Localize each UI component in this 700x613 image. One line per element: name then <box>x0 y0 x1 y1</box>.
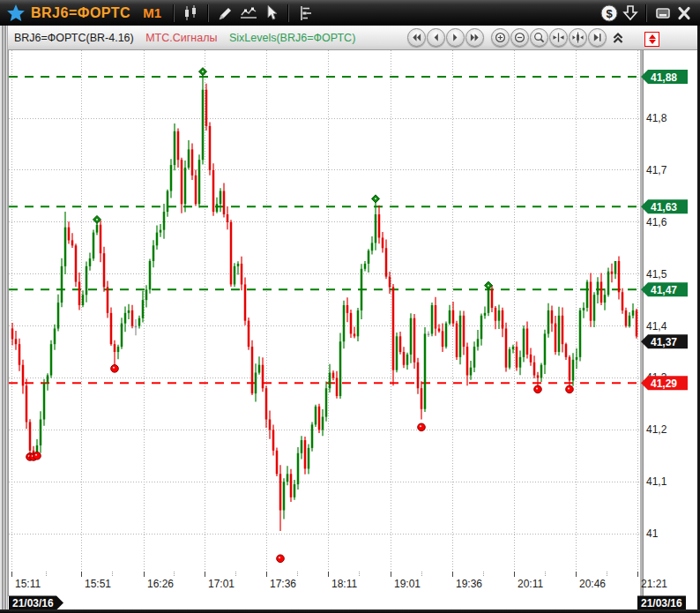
window-titlebar: BRJ6=ФОРТС М1 <box>0 0 700 26</box>
restore-button[interactable] <box>652 3 674 24</box>
zoom-in-button[interactable] <box>491 28 510 47</box>
separator <box>646 4 647 22</box>
svg-text:41,5: 41,5 <box>646 268 667 280</box>
cursor-mode-button[interactable] <box>260 3 283 24</box>
separator <box>174 4 175 22</box>
close-icon <box>676 6 692 20</box>
download-arrow-icon <box>622 4 638 22</box>
svg-text:41,88: 41,88 <box>651 71 677 84</box>
bar-width-button[interactable] <box>569 28 587 47</box>
svg-text:41,37: 41,37 <box>651 336 677 348</box>
separator <box>208 4 209 22</box>
svg-text:41,63: 41,63 <box>651 201 677 213</box>
deals-chart-icon <box>239 5 258 21</box>
timeframe-label: М1 <box>143 5 161 20</box>
levels-list-icon <box>297 5 315 21</box>
legend-sixlevels-indicator[interactable]: SixLevels(BRJ6=ФОРТС) <box>229 32 355 44</box>
svg-text:41,7: 41,7 <box>646 164 667 176</box>
dollar-coin-icon: $ <box>600 4 618 22</box>
right-arrow-icon <box>450 32 461 43</box>
chart-header: BRJ6=ФОРТС(BR-4.16) МТС.Сигналы SixLevel… <box>0 26 700 50</box>
zoom-out-icon <box>514 32 525 43</box>
money-button[interactable]: $ <box>599 3 620 24</box>
chart-legend: BRJ6=ФОРТС(BR-4.16) МТС.Сигналы SixLevel… <box>14 26 364 50</box>
svg-text:19:36: 19:36 <box>456 578 482 590</box>
pencil-icon <box>217 5 235 21</box>
indicator-levels-button[interactable] <box>294 3 317 24</box>
window-title: BRJ6=ФОРТС <box>31 5 130 21</box>
legend-symbol: BRJ6=ФОРТС(BR-4.16) <box>14 32 134 44</box>
favorite-star-icon[interactable] <box>6 4 26 23</box>
svg-text:21:21: 21:21 <box>641 578 667 590</box>
double-right-arrow-icon <box>469 32 480 43</box>
magnifier-icon <box>533 32 545 43</box>
svg-text:41,1: 41,1 <box>646 475 667 488</box>
cursor-arrow-icon <box>264 4 279 22</box>
scroll-left-button[interactable] <box>427 28 445 47</box>
svg-text:41,47: 41,47 <box>651 284 677 296</box>
legend-signals-indicator[interactable]: МТС.Сигналы <box>145 32 217 44</box>
candlestick-icon <box>182 5 200 21</box>
go-to-end-button[interactable] <box>588 28 607 47</box>
svg-text:16:26: 16:26 <box>147 578 174 590</box>
svg-text:21/03/16: 21/03/16 <box>641 597 682 609</box>
svg-text:41,29: 41,29 <box>651 378 677 390</box>
zoom-box-button[interactable] <box>530 28 548 47</box>
draw-tools-button[interactable] <box>214 3 237 24</box>
svg-text:17:36: 17:36 <box>270 578 296 590</box>
go-to-end-icon <box>592 32 603 43</box>
chart-type-button[interactable] <box>180 3 203 24</box>
scroll-right-fast-button[interactable] <box>465 28 484 47</box>
double-chevron-up-icon <box>612 32 624 44</box>
window-edge <box>0 609 700 613</box>
svg-text:18:11: 18:11 <box>331 578 357 590</box>
separator <box>288 4 289 22</box>
svg-text:41: 41 <box>646 527 659 540</box>
svg-text:20:46: 20:46 <box>579 578 606 590</box>
deals-on-chart-button[interactable] <box>237 3 260 24</box>
svg-text:41,6: 41,6 <box>646 216 667 228</box>
scroll-left-fast-button[interactable] <box>407 28 426 47</box>
compress-arrows-icon <box>553 32 564 43</box>
price-autoscale-toggle[interactable] <box>644 32 659 47</box>
zoom-in-icon <box>495 32 506 43</box>
collapse-toolbar-button[interactable] <box>611 29 625 47</box>
svg-text:17:01: 17:01 <box>208 578 235 590</box>
up-triangle-icon <box>649 34 656 39</box>
chart-canvas[interactable]: 41,841,741,641,541,441,341,241,14141,884… <box>0 50 700 613</box>
download-button[interactable] <box>620 3 641 24</box>
svg-text:15:11: 15:11 <box>15 578 41 590</box>
scroll-right-button[interactable] <box>446 28 465 47</box>
svg-text:41,8: 41,8 <box>646 112 667 124</box>
down-triangle-icon <box>649 40 656 44</box>
zoom-out-button[interactable] <box>510 28 529 47</box>
restore-window-icon <box>655 6 671 20</box>
svg-text:41,2: 41,2 <box>646 423 667 436</box>
left-arrow-icon <box>430 32 442 43</box>
svg-text:41,4: 41,4 <box>646 320 667 333</box>
double-left-arrow-icon <box>411 32 422 43</box>
close-button[interactable] <box>674 3 695 24</box>
chart-nav-toolbar <box>407 28 625 47</box>
compress-horizontal-button[interactable] <box>549 28 568 47</box>
svg-text:21/03/16: 21/03/16 <box>12 597 54 609</box>
svg-text:15:51: 15:51 <box>85 578 111 590</box>
bar-width-icon <box>572 32 584 43</box>
svg-text:19:01: 19:01 <box>394 578 421 590</box>
svg-text:20:11: 20:11 <box>518 578 543 590</box>
svg-text:$: $ <box>606 6 613 19</box>
